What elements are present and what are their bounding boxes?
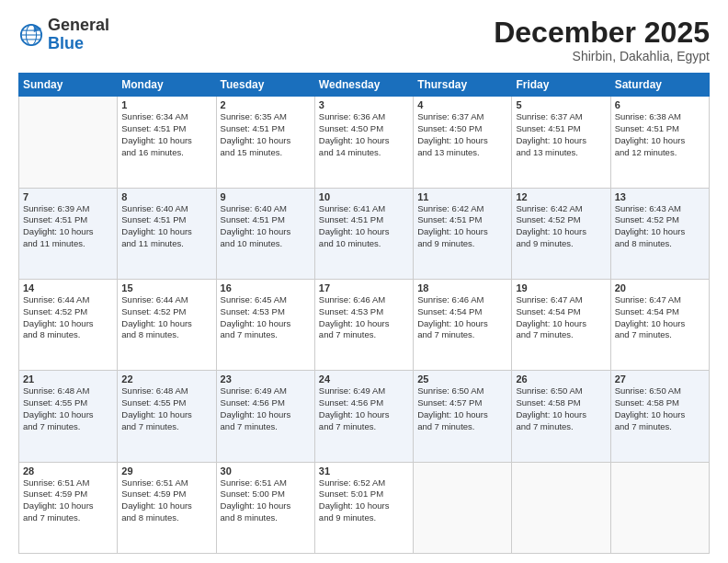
day-info: Sunrise: 6:50 AM Sunset: 4:58 PM Dayligh… [516,385,606,432]
table-cell: 25Sunrise: 6:50 AM Sunset: 4:57 PM Dayli… [414,371,512,462]
day-info: Sunrise: 6:42 AM Sunset: 4:52 PM Dayligh… [516,203,606,250]
day-number: 10 [319,191,409,202]
table-cell [610,462,709,553]
col-thursday: Thursday [414,74,512,97]
day-info: Sunrise: 6:46 AM Sunset: 4:53 PM Dayligh… [319,294,409,341]
table-cell: 20Sunrise: 6:47 AM Sunset: 4:54 PM Dayli… [610,279,709,370]
day-number: 20 [615,282,705,293]
day-number: 11 [417,191,507,202]
table-cell [19,97,118,188]
day-info: Sunrise: 6:51 AM Sunset: 4:59 PM Dayligh… [121,477,211,524]
table-cell: 21Sunrise: 6:48 AM Sunset: 4:55 PM Dayli… [19,371,118,462]
table-cell [512,462,610,553]
day-number: 8 [121,191,211,202]
calendar-body: 1Sunrise: 6:34 AM Sunset: 4:51 PM Daylig… [19,97,710,554]
day-number: 2 [221,99,311,110]
table-cell: 19Sunrise: 6:47 AM Sunset: 4:54 PM Dayli… [512,279,610,370]
table-cell: 15Sunrise: 6:44 AM Sunset: 4:52 PM Dayli… [118,279,216,370]
month-title: December 2025 [494,17,710,49]
table-cell: 6Sunrise: 6:38 AM Sunset: 4:51 PM Daylig… [610,97,709,188]
table-cell: 2Sunrise: 6:35 AM Sunset: 4:51 PM Daylig… [216,97,314,188]
logo-general-text: General [48,16,109,34]
table-cell: 14Sunrise: 6:44 AM Sunset: 4:52 PM Dayli… [19,279,118,370]
day-number: 1 [121,99,211,110]
day-info: Sunrise: 6:44 AM Sunset: 4:52 PM Dayligh… [121,294,211,341]
day-number: 4 [417,99,507,110]
day-info: Sunrise: 6:39 AM Sunset: 4:51 PM Dayligh… [23,203,113,250]
table-cell: 8Sunrise: 6:40 AM Sunset: 4:51 PM Daylig… [118,188,216,279]
day-info: Sunrise: 6:52 AM Sunset: 5:01 PM Dayligh… [319,477,409,524]
day-info: Sunrise: 6:51 AM Sunset: 4:59 PM Dayligh… [23,477,113,524]
day-number: 18 [417,282,507,293]
logo: General Blue [18,17,109,53]
day-info: Sunrise: 6:48 AM Sunset: 4:55 PM Dayligh… [121,385,211,432]
day-number: 25 [417,373,507,385]
table-cell: 23Sunrise: 6:49 AM Sunset: 4:56 PM Dayli… [216,371,314,462]
logo-icon [18,22,44,48]
day-info: Sunrise: 6:51 AM Sunset: 5:00 PM Dayligh… [221,477,311,524]
day-info: Sunrise: 6:43 AM Sunset: 4:52 PM Dayligh… [615,203,705,250]
calendar-week-row: 21Sunrise: 6:48 AM Sunset: 4:55 PM Dayli… [19,371,710,462]
day-number: 16 [221,282,311,293]
day-info: Sunrise: 6:49 AM Sunset: 4:56 PM Dayligh… [319,385,409,432]
day-number: 9 [221,191,311,202]
calendar-week-row: 1Sunrise: 6:34 AM Sunset: 4:51 PM Daylig… [19,97,710,188]
table-cell: 18Sunrise: 6:46 AM Sunset: 4:54 PM Dayli… [414,279,512,370]
col-monday: Monday [118,74,216,97]
table-cell: 9Sunrise: 6:40 AM Sunset: 4:51 PM Daylig… [216,188,314,279]
day-number: 13 [615,191,705,202]
day-info: Sunrise: 6:36 AM Sunset: 4:50 PM Dayligh… [319,111,409,158]
day-number: 15 [121,282,211,293]
day-number: 14 [23,282,113,293]
day-number: 30 [221,465,311,477]
table-cell: 27Sunrise: 6:50 AM Sunset: 4:58 PM Dayli… [610,371,709,462]
day-info: Sunrise: 6:42 AM Sunset: 4:51 PM Dayligh… [417,203,507,250]
table-cell: 7Sunrise: 6:39 AM Sunset: 4:51 PM Daylig… [19,188,118,279]
day-number: 26 [516,373,606,385]
table-cell: 17Sunrise: 6:46 AM Sunset: 4:53 PM Dayli… [314,279,413,370]
table-cell: 30Sunrise: 6:51 AM Sunset: 5:00 PM Dayli… [216,462,314,553]
day-number: 6 [615,99,705,110]
day-number: 12 [516,191,606,202]
day-number: 7 [23,191,113,202]
logo-blue-text: Blue [48,34,84,52]
col-tuesday: Tuesday [216,74,314,97]
day-number: 31 [319,465,409,477]
table-cell: 31Sunrise: 6:52 AM Sunset: 5:01 PM Dayli… [314,462,413,553]
day-number: 28 [23,465,113,477]
day-info: Sunrise: 6:44 AM Sunset: 4:52 PM Dayligh… [23,294,113,341]
day-info: Sunrise: 6:35 AM Sunset: 4:51 PM Dayligh… [221,111,311,158]
day-info: Sunrise: 6:37 AM Sunset: 4:50 PM Dayligh… [417,111,507,158]
day-info: Sunrise: 6:40 AM Sunset: 4:51 PM Dayligh… [221,203,311,250]
day-number: 23 [221,373,311,385]
table-cell: 28Sunrise: 6:51 AM Sunset: 4:59 PM Dayli… [19,462,118,553]
table-cell: 11Sunrise: 6:42 AM Sunset: 4:51 PM Dayli… [414,188,512,279]
day-number: 24 [319,373,409,385]
day-number: 21 [23,373,113,385]
table-cell: 3Sunrise: 6:36 AM Sunset: 4:50 PM Daylig… [314,97,413,188]
table-cell: 12Sunrise: 6:42 AM Sunset: 4:52 PM Dayli… [512,188,610,279]
table-cell: 16Sunrise: 6:45 AM Sunset: 4:53 PM Dayli… [216,279,314,370]
day-info: Sunrise: 6:34 AM Sunset: 4:51 PM Dayligh… [121,111,211,158]
day-info: Sunrise: 6:37 AM Sunset: 4:51 PM Dayligh… [516,111,606,158]
calendar-week-row: 14Sunrise: 6:44 AM Sunset: 4:52 PM Dayli… [19,279,710,370]
table-cell: 1Sunrise: 6:34 AM Sunset: 4:51 PM Daylig… [118,97,216,188]
table-cell: 22Sunrise: 6:48 AM Sunset: 4:55 PM Dayli… [118,371,216,462]
page: General Blue December 2025 Shirbin, Daka… [0,0,728,563]
table-cell: 29Sunrise: 6:51 AM Sunset: 4:59 PM Dayli… [118,462,216,553]
col-saturday: Saturday [610,74,709,97]
day-info: Sunrise: 6:47 AM Sunset: 4:54 PM Dayligh… [516,294,606,341]
table-cell: 4Sunrise: 6:37 AM Sunset: 4:50 PM Daylig… [414,97,512,188]
day-info: Sunrise: 6:47 AM Sunset: 4:54 PM Dayligh… [615,294,705,341]
day-info: Sunrise: 6:41 AM Sunset: 4:51 PM Dayligh… [319,203,409,250]
calendar-table: Sunday Monday Tuesday Wednesday Thursday… [18,73,710,554]
calendar-week-row: 28Sunrise: 6:51 AM Sunset: 4:59 PM Dayli… [19,462,710,553]
table-cell: 13Sunrise: 6:43 AM Sunset: 4:52 PM Dayli… [610,188,709,279]
day-info: Sunrise: 6:40 AM Sunset: 4:51 PM Dayligh… [121,203,211,250]
day-info: Sunrise: 6:46 AM Sunset: 4:54 PM Dayligh… [417,294,507,341]
table-cell: 5Sunrise: 6:37 AM Sunset: 4:51 PM Daylig… [512,97,610,188]
table-cell: 24Sunrise: 6:49 AM Sunset: 4:56 PM Dayli… [314,371,413,462]
day-info: Sunrise: 6:50 AM Sunset: 4:58 PM Dayligh… [615,385,705,432]
day-info: Sunrise: 6:49 AM Sunset: 4:56 PM Dayligh… [221,385,311,432]
title-block: December 2025 Shirbin, Dakahlia, Egypt [494,17,710,63]
